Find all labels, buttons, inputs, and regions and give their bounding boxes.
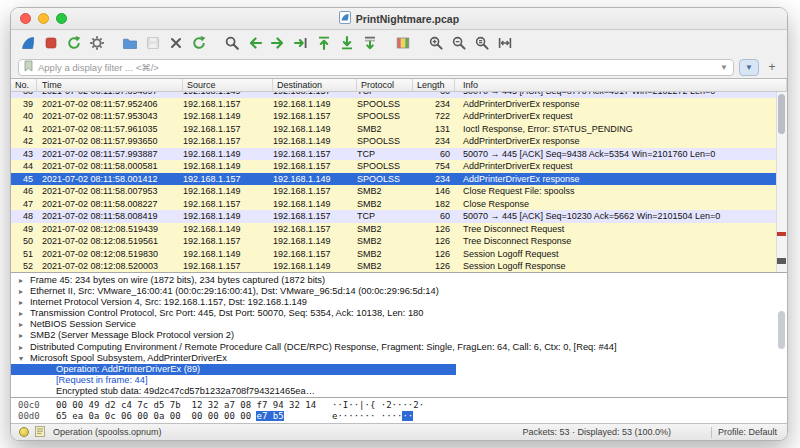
details-scrollbar-thumb[interactable] xyxy=(778,311,785,349)
restart-capture-icon[interactable] xyxy=(65,34,83,52)
packet-row-51[interactable]: 512021-07-02 08:12:08.519830192.168.1.14… xyxy=(11,248,787,261)
detail-tree-item[interactable]: ▸Frame 45: 234 bytes on wire (1872 bits)… xyxy=(11,275,787,286)
go-last-packet-icon[interactable] xyxy=(338,34,356,52)
detail-tree-item[interactable]: Encrypted stub data: 49d2c47cd57b1232a70… xyxy=(11,386,787,397)
filter-add-button[interactable]: + xyxy=(764,59,780,76)
detail-tree-item[interactable]: ▸Internet Protocol Version 4, Src: 192.1… xyxy=(11,297,787,308)
packet-cell: 192.168.1.157 xyxy=(273,110,357,123)
zoom-in-icon[interactable] xyxy=(427,34,445,52)
packet-row-39[interactable]: 392021-07-02 08:11:57.952406192.168.1.15… xyxy=(11,98,787,111)
packet-cell: 192.168.1.157 xyxy=(183,173,273,186)
packet-row-40[interactable]: 402021-07-02 08:11:57.953043192.168.1.14… xyxy=(11,110,787,123)
column-header-protocol[interactable]: Protocol xyxy=(357,79,413,91)
packet-cell: 41 xyxy=(11,123,37,136)
title-bar[interactable]: PrintNightmare.pcap xyxy=(11,8,787,30)
close-button[interactable] xyxy=(20,13,31,24)
detail-tree-item[interactable]: ▾Microsoft Spool Subsystem, AddPrinterDr… xyxy=(11,353,787,364)
detail-tree-item[interactable]: ▸Transmission Control Protocol, Src Port… xyxy=(11,308,787,319)
column-header-destination[interactable]: Destination xyxy=(273,79,357,91)
packet-cell: 45 xyxy=(11,173,37,186)
go-forward-icon[interactable] xyxy=(269,34,287,52)
go-first-packet-icon[interactable] xyxy=(315,34,333,52)
detail-tree-item[interactable]: [Request in frame: 44] xyxy=(11,375,787,386)
column-header-no[interactable]: No. xyxy=(11,79,37,91)
packet-row-48[interactable]: 482021-07-02 08:11:58.008419192.168.1.14… xyxy=(11,210,787,223)
disclosure-triangle-icon[interactable]: ▸ xyxy=(19,297,30,308)
packet-cell: 126 xyxy=(413,248,455,261)
packet-row-49[interactable]: 492021-07-02 08:12:08.519439192.168.1.14… xyxy=(11,223,787,236)
save-file-icon[interactable] xyxy=(144,34,162,52)
filter-expression-dropdown[interactable]: ▼ xyxy=(739,59,759,76)
capture-options-icon[interactable] xyxy=(88,34,106,52)
detail-text: Microsoft Spool Subsystem, AddPrinterDri… xyxy=(30,353,227,363)
packet-cell: 131 xyxy=(413,123,455,136)
packet-row-47[interactable]: 472021-07-02 08:11:58.008227192.168.1.15… xyxy=(11,198,787,211)
filter-bookmark-icon[interactable] xyxy=(24,58,33,76)
open-file-icon[interactable] xyxy=(121,34,139,52)
colorize-packets-icon[interactable] xyxy=(394,34,412,52)
filter-history-chevron-icon[interactable]: ▼ xyxy=(720,63,728,72)
packet-row-41[interactable]: 412021-07-02 08:11:57.961035192.168.1.15… xyxy=(11,123,787,136)
minimize-button[interactable] xyxy=(38,13,49,24)
start-capture-icon[interactable] xyxy=(19,34,37,52)
packet-cell: AddPrinterDriverEx request xyxy=(455,160,787,173)
profile-status[interactable]: Profile: Default xyxy=(718,427,777,437)
hex-row[interactable]: 00d065 ea 0a 0c 06 00 0a 00 00 00 00 00 … xyxy=(18,411,787,422)
detail-tree-item[interactable]: ▸Distributed Computing Environment / Rem… xyxy=(11,342,787,353)
hex-row[interactable]: 00c000 00 49 d2 c4 7c d5 7b 12 32 a7 08 … xyxy=(18,400,787,411)
disclosure-triangle-icon[interactable]: ▸ xyxy=(19,286,30,297)
column-header-length[interactable]: Length xyxy=(413,79,455,91)
detail-tree-item[interactable]: ▸SMB2 (Server Message Block Protocol ver… xyxy=(11,330,787,341)
traffic-lights xyxy=(20,13,67,24)
reload-file-icon[interactable] xyxy=(190,34,208,52)
packet-row-52[interactable]: 522021-07-02 08:12:08.520003192.168.1.15… xyxy=(11,260,787,272)
packet-row-46[interactable]: 462021-07-02 08:11:58.007953192.168.1.14… xyxy=(11,185,787,198)
capture-comment-icon[interactable] xyxy=(35,426,45,439)
packet-cell: 2021-07-02 08:11:58.008419 xyxy=(37,210,183,223)
detail-tree-item[interactable]: Operation: AddPrinterDriverEx (89) xyxy=(11,364,787,375)
disclosure-triangle-icon[interactable]: ▸ xyxy=(19,330,30,341)
find-packet-icon[interactable] xyxy=(223,34,241,52)
packet-cell: 722 xyxy=(413,110,455,123)
expert-info-icon[interactable] xyxy=(19,427,29,437)
packet-cell: 192.168.1.149 xyxy=(183,248,273,261)
close-file-icon[interactable] xyxy=(167,34,185,52)
stop-capture-icon[interactable] xyxy=(42,34,60,52)
packet-row-43[interactable]: 432021-07-02 08:11:57.993887192.168.1.14… xyxy=(11,148,787,161)
packet-cell: Tree Disconnect Response xyxy=(455,235,787,248)
packet-list-body: 382021-07-02 08:11:57.894897192.168.1.14… xyxy=(11,92,787,272)
column-header-source[interactable]: Source xyxy=(183,79,273,91)
zoom-button[interactable] xyxy=(56,13,67,24)
disclosure-triangle-icon[interactable]: ▾ xyxy=(19,353,30,364)
zoom-reset-icon[interactable] xyxy=(473,34,491,52)
disclosure-triangle-icon[interactable]: ▸ xyxy=(19,308,30,319)
packet-row-45[interactable]: 452021-07-02 08:11:58.001412192.168.1.15… xyxy=(11,173,787,186)
scrollbar-thumb[interactable] xyxy=(778,94,785,134)
go-back-icon[interactable] xyxy=(246,34,264,52)
packet-count-status[interactable]: Packets: 53 · Displayed: 53 (100.0%) xyxy=(522,427,671,437)
auto-scroll-icon[interactable] xyxy=(361,34,379,52)
packet-cell: 192.168.1.157 xyxy=(273,160,357,173)
packet-cell: 2021-07-02 08:11:58.008227 xyxy=(37,198,183,211)
disclosure-triangle-icon[interactable]: ▸ xyxy=(19,342,30,353)
display-filter-input[interactable]: Apply a display filter ... <⌘/> ▼ xyxy=(18,59,734,76)
packet-cell: 192.168.1.149 xyxy=(273,135,357,148)
column-header-info[interactable]: Info xyxy=(455,79,787,91)
packet-list-scrollbar[interactable] xyxy=(776,92,787,272)
column-header-time[interactable]: Time xyxy=(37,79,183,91)
packet-bytes-pane[interactable]: 00c000 00 49 d2 c4 7c d5 7b 12 32 a7 08 … xyxy=(11,398,787,423)
detail-tree-item[interactable]: ▸Ethernet II, Src: VMware_16:00:41 (00:0… xyxy=(11,286,787,297)
disclosure-triangle-icon[interactable]: ▸ xyxy=(19,275,30,286)
detail-text: Encrypted stub data: 49d2c47cd57b1232a70… xyxy=(56,386,315,396)
disclosure-triangle-icon[interactable]: ▸ xyxy=(19,319,30,330)
detail-tree-item[interactable]: ▸NetBIOS Session Service xyxy=(11,319,787,330)
packet-cell: 192.168.1.149 xyxy=(273,173,357,186)
packet-row-42[interactable]: 422021-07-02 08:11:57.993650192.168.1.15… xyxy=(11,135,787,148)
packet-row-50[interactable]: 502021-07-02 08:12:08.519561192.168.1.15… xyxy=(11,235,787,248)
zoom-out-icon[interactable] xyxy=(450,34,468,52)
resize-columns-icon[interactable] xyxy=(496,34,514,52)
packet-cell: SMB2 xyxy=(357,235,413,248)
detail-text: Operation: AddPrinterDriverEx (89) xyxy=(56,364,200,374)
go-to-packet-icon[interactable] xyxy=(292,34,310,52)
packet-row-44[interactable]: 442021-07-02 08:11:58.000581192.168.1.14… xyxy=(11,160,787,173)
